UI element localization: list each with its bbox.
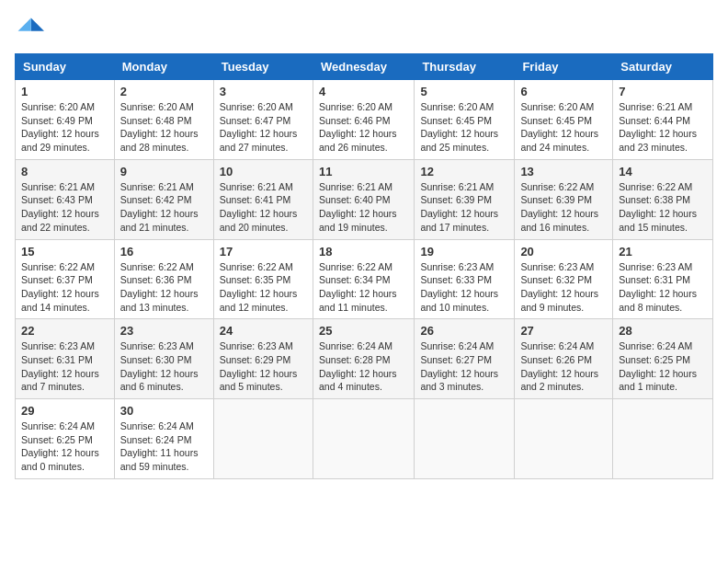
day-info: Sunrise: 6:23 AM Sunset: 6:33 PM Dayligh… — [420, 260, 508, 315]
calendar-table: SundayMondayTuesdayWednesdayThursdayFrid… — [15, 53, 713, 479]
day-number: 9 — [120, 165, 208, 178]
calendar-cell: 19Sunrise: 6:23 AM Sunset: 6:33 PM Dayli… — [415, 239, 515, 319]
day-number: 20 — [520, 245, 607, 259]
calendar-cell: 3Sunrise: 6:20 AM Sunset: 6:47 PM Daylig… — [213, 80, 313, 160]
day-number: 11 — [319, 165, 408, 178]
day-number: 21 — [619, 245, 707, 259]
day-info: Sunrise: 6:22 AM Sunset: 6:36 PM Dayligh… — [120, 260, 208, 315]
day-number: 17 — [220, 245, 307, 259]
day-number: 10 — [220, 165, 307, 178]
day-info: Sunrise: 6:23 AM Sunset: 6:31 PM Dayligh… — [21, 339, 108, 394]
day-number: 28 — [619, 324, 707, 338]
column-header-saturday: Saturday — [613, 54, 713, 80]
day-info: Sunrise: 6:21 AM Sunset: 6:44 PM Dayligh… — [619, 100, 707, 155]
day-number: 27 — [520, 324, 607, 338]
day-number: 8 — [21, 165, 108, 178]
day-info: Sunrise: 6:20 AM Sunset: 6:45 PM Dayligh… — [420, 100, 508, 155]
logo-icon — [15, 15, 44, 44]
column-header-tuesday: Tuesday — [213, 54, 313, 80]
calendar-cell: 2Sunrise: 6:20 AM Sunset: 6:48 PM Daylig… — [114, 80, 213, 160]
day-number: 13 — [520, 165, 607, 178]
calendar-cell: 10Sunrise: 6:21 AM Sunset: 6:41 PM Dayli… — [213, 159, 313, 239]
day-number: 15 — [21, 245, 108, 259]
calendar-cell: 1Sunrise: 6:20 AM Sunset: 6:49 PM Daylig… — [16, 80, 115, 160]
calendar-cell: 5Sunrise: 6:20 AM Sunset: 6:45 PM Daylig… — [415, 80, 515, 160]
day-info: Sunrise: 6:20 AM Sunset: 6:45 PM Dayligh… — [520, 100, 607, 155]
calendar-cell: 29Sunrise: 6:24 AM Sunset: 6:25 PM Dayli… — [16, 399, 115, 479]
calendar-cell: 15Sunrise: 6:22 AM Sunset: 6:37 PM Dayli… — [16, 239, 115, 319]
day-number: 30 — [120, 404, 208, 418]
day-info: Sunrise: 6:21 AM Sunset: 6:41 PM Dayligh… — [220, 180, 307, 235]
calendar-cell — [515, 399, 613, 479]
calendar-week-row: 29Sunrise: 6:24 AM Sunset: 6:25 PM Dayli… — [16, 399, 713, 479]
calendar-cell: 8Sunrise: 6:21 AM Sunset: 6:43 PM Daylig… — [16, 159, 115, 239]
day-info: Sunrise: 6:20 AM Sunset: 6:49 PM Dayligh… — [21, 100, 108, 155]
day-info: Sunrise: 6:21 AM Sunset: 6:39 PM Dayligh… — [420, 180, 508, 235]
calendar-cell — [613, 399, 713, 479]
calendar-cell: 22Sunrise: 6:23 AM Sunset: 6:31 PM Dayli… — [16, 319, 115, 399]
calendar-week-row: 22Sunrise: 6:23 AM Sunset: 6:31 PM Dayli… — [16, 319, 713, 399]
column-header-friday: Friday — [515, 54, 613, 80]
calendar-cell: 27Sunrise: 6:24 AM Sunset: 6:26 PM Dayli… — [515, 319, 613, 399]
day-info: Sunrise: 6:24 AM Sunset: 6:27 PM Dayligh… — [420, 339, 508, 394]
day-number: 18 — [319, 245, 408, 259]
calendar-cell: 26Sunrise: 6:24 AM Sunset: 6:27 PM Dayli… — [415, 319, 515, 399]
day-info: Sunrise: 6:21 AM Sunset: 6:43 PM Dayligh… — [21, 180, 108, 235]
calendar-cell: 28Sunrise: 6:24 AM Sunset: 6:25 PM Dayli… — [613, 319, 713, 399]
calendar-cell: 14Sunrise: 6:22 AM Sunset: 6:38 PM Dayli… — [613, 159, 713, 239]
calendar-week-row: 8Sunrise: 6:21 AM Sunset: 6:43 PM Daylig… — [16, 159, 713, 239]
calendar-cell: 7Sunrise: 6:21 AM Sunset: 6:44 PM Daylig… — [613, 80, 713, 160]
day-info: Sunrise: 6:24 AM Sunset: 6:28 PM Dayligh… — [319, 339, 408, 394]
day-number: 1 — [21, 85, 108, 98]
day-number: 3 — [220, 85, 307, 98]
column-header-sunday: Sunday — [16, 54, 115, 80]
day-number: 7 — [619, 85, 707, 98]
column-header-wednesday: Wednesday — [313, 54, 414, 80]
day-info: Sunrise: 6:22 AM Sunset: 6:38 PM Dayligh… — [619, 180, 707, 235]
day-info: Sunrise: 6:20 AM Sunset: 6:46 PM Dayligh… — [319, 100, 408, 155]
day-info: Sunrise: 6:20 AM Sunset: 6:47 PM Dayligh… — [220, 100, 307, 155]
calendar-week-row: 1Sunrise: 6:20 AM Sunset: 6:49 PM Daylig… — [16, 80, 713, 160]
day-info: Sunrise: 6:21 AM Sunset: 6:42 PM Dayligh… — [120, 180, 208, 235]
calendar-header-row: SundayMondayTuesdayWednesdayThursdayFrid… — [16, 54, 713, 80]
day-number: 5 — [420, 85, 508, 98]
day-info: Sunrise: 6:21 AM Sunset: 6:40 PM Dayligh… — [319, 180, 408, 235]
day-info: Sunrise: 6:22 AM Sunset: 6:35 PM Dayligh… — [220, 260, 307, 315]
calendar-cell: 16Sunrise: 6:22 AM Sunset: 6:36 PM Dayli… — [114, 239, 213, 319]
day-info: Sunrise: 6:22 AM Sunset: 6:39 PM Dayligh… — [520, 180, 607, 235]
day-number: 16 — [120, 245, 208, 259]
calendar-cell: 11Sunrise: 6:21 AM Sunset: 6:40 PM Dayli… — [313, 159, 414, 239]
day-number: 24 — [220, 324, 307, 338]
day-number: 14 — [619, 165, 707, 178]
calendar-cell: 20Sunrise: 6:23 AM Sunset: 6:32 PM Dayli… — [515, 239, 613, 319]
calendar-cell: 12Sunrise: 6:21 AM Sunset: 6:39 PM Dayli… — [415, 159, 515, 239]
calendar-cell: 21Sunrise: 6:23 AM Sunset: 6:31 PM Dayli… — [613, 239, 713, 319]
day-info: Sunrise: 6:22 AM Sunset: 6:37 PM Dayligh… — [21, 260, 108, 315]
calendar-cell: 30Sunrise: 6:24 AM Sunset: 6:24 PM Dayli… — [114, 399, 213, 479]
svg-marker-0 — [31, 18, 44, 31]
day-info: Sunrise: 6:24 AM Sunset: 6:25 PM Dayligh… — [21, 419, 108, 474]
day-number: 12 — [420, 165, 508, 178]
header — [15, 15, 713, 44]
calendar-cell: 17Sunrise: 6:22 AM Sunset: 6:35 PM Dayli… — [213, 239, 313, 319]
day-number: 26 — [420, 324, 508, 338]
svg-marker-1 — [18, 18, 31, 31]
day-info: Sunrise: 6:24 AM Sunset: 6:26 PM Dayligh… — [520, 339, 607, 394]
day-info: Sunrise: 6:23 AM Sunset: 6:30 PM Dayligh… — [120, 339, 208, 394]
logo — [15, 15, 48, 44]
day-info: Sunrise: 6:23 AM Sunset: 6:32 PM Dayligh… — [520, 260, 607, 315]
calendar-cell: 6Sunrise: 6:20 AM Sunset: 6:45 PM Daylig… — [515, 80, 613, 160]
day-number: 4 — [319, 85, 408, 98]
day-number: 22 — [21, 324, 108, 338]
day-info: Sunrise: 6:23 AM Sunset: 6:29 PM Dayligh… — [220, 339, 307, 394]
day-number: 6 — [520, 85, 607, 98]
calendar-cell: 13Sunrise: 6:22 AM Sunset: 6:39 PM Dayli… — [515, 159, 613, 239]
day-number: 2 — [120, 85, 208, 98]
day-info: Sunrise: 6:22 AM Sunset: 6:34 PM Dayligh… — [319, 260, 408, 315]
day-number: 19 — [420, 245, 508, 259]
calendar-cell: 9Sunrise: 6:21 AM Sunset: 6:42 PM Daylig… — [114, 159, 213, 239]
day-info: Sunrise: 6:24 AM Sunset: 6:24 PM Dayligh… — [120, 419, 208, 474]
calendar-week-row: 15Sunrise: 6:22 AM Sunset: 6:37 PM Dayli… — [16, 239, 713, 319]
calendar-cell: 23Sunrise: 6:23 AM Sunset: 6:30 PM Dayli… — [114, 319, 213, 399]
calendar-cell — [313, 399, 414, 479]
